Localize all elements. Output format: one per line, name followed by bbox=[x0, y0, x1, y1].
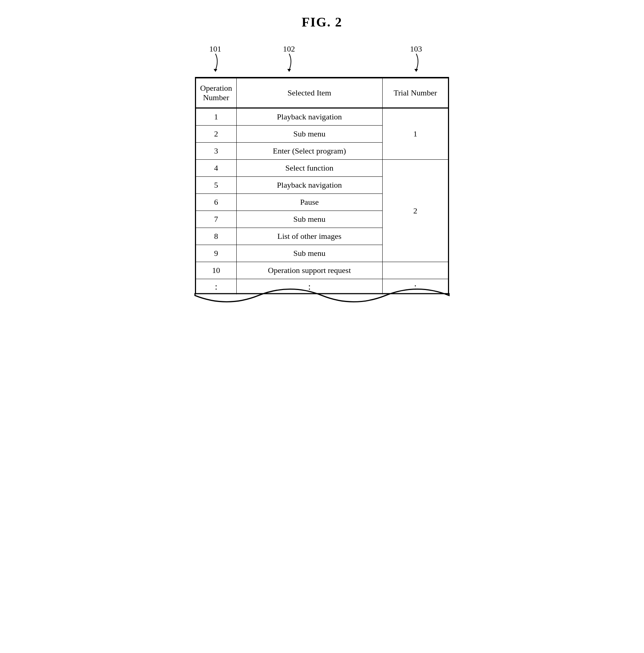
cell-op: 5 bbox=[196, 177, 236, 194]
cell-op: 2 bbox=[196, 126, 236, 143]
arrow-103 bbox=[411, 54, 421, 72]
label-101: 101 bbox=[209, 44, 221, 72]
table-wrapper: Operation Number Selected Item Trial Num… bbox=[195, 77, 449, 294]
cell-selected: Sub menu bbox=[236, 245, 383, 262]
arrow-101 bbox=[210, 54, 221, 72]
cell-op: 6 bbox=[196, 194, 236, 211]
cell-op: 10 bbox=[196, 262, 236, 279]
cell-selected: Enter (Select program) bbox=[236, 143, 383, 160]
dots-row: : : : bbox=[196, 279, 448, 295]
header-selected: Selected Item bbox=[236, 78, 383, 108]
cell-op: 4 bbox=[196, 160, 236, 177]
col101-text: 101 bbox=[209, 44, 221, 54]
label-103: 103 bbox=[410, 44, 422, 72]
cell-selected: Operation support request bbox=[236, 262, 383, 279]
cell-trial bbox=[383, 262, 448, 279]
header-trial: Trial Number bbox=[383, 78, 448, 108]
header-operation: Operation Number bbox=[196, 78, 236, 108]
cell-selected: Playback navigation bbox=[236, 108, 383, 126]
cell-op: 9 bbox=[196, 245, 236, 262]
cell-trial: 1 bbox=[383, 108, 448, 160]
svg-marker-2 bbox=[414, 69, 418, 72]
cell-selected: Sub menu bbox=[236, 211, 383, 228]
figure-title: FIG. 2 bbox=[302, 15, 342, 30]
cell-selected: List of other images bbox=[236, 228, 383, 245]
cell-selected: Pause bbox=[236, 194, 383, 211]
cell-selected: Select function bbox=[236, 160, 383, 177]
cell-selected: Sub menu bbox=[236, 126, 383, 143]
cell-op: 7 bbox=[196, 211, 236, 228]
label-102: 102 bbox=[283, 44, 295, 72]
page-container: FIG. 2 101 102 103 bbox=[195, 15, 449, 308]
header-row: Operation Number Selected Item Trial Num… bbox=[196, 78, 448, 108]
wavy-bottom-border bbox=[195, 294, 449, 308]
table-header: Operation Number Selected Item Trial Num… bbox=[196, 78, 448, 108]
arrow-102 bbox=[284, 54, 294, 72]
cell-trial: 2 bbox=[383, 160, 448, 262]
diagram-area: 101 102 103 bbox=[195, 44, 449, 308]
dots-selected: : bbox=[236, 279, 383, 295]
cell-op: 1 bbox=[196, 108, 236, 126]
cell-op: 3 bbox=[196, 143, 236, 160]
column-labels-area: 101 102 103 bbox=[195, 44, 449, 77]
cell-op: 8 bbox=[196, 228, 236, 245]
dots-op: : bbox=[196, 279, 236, 295]
table-row: 1 Playback navigation 1 bbox=[196, 108, 448, 126]
svg-marker-1 bbox=[287, 69, 291, 72]
main-table: Operation Number Selected Item Trial Num… bbox=[196, 78, 448, 294]
svg-marker-0 bbox=[213, 69, 217, 72]
table-body: 1 Playback navigation 1 2 Sub menu 3 Ent… bbox=[196, 108, 448, 295]
col103-text: 103 bbox=[410, 44, 422, 54]
col102-text: 102 bbox=[283, 44, 295, 54]
table-row: 4 Select function 2 bbox=[196, 160, 448, 177]
cell-selected: Playback navigation bbox=[236, 177, 383, 194]
table-row: 10 Operation support request bbox=[196, 262, 448, 279]
